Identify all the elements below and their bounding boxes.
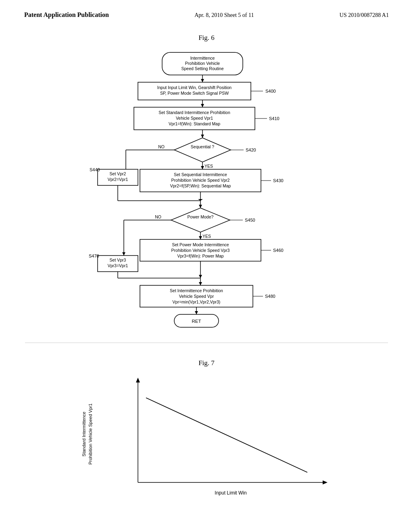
svg-text:S420: S420	[246, 148, 256, 152]
svg-text:Prohibition Vehicle Speed Vpr1: Prohibition Vehicle Speed Vpr1	[88, 403, 93, 465]
svg-marker-21	[174, 138, 231, 162]
svg-text:Standard Intermittence: Standard Intermittence	[81, 411, 86, 456]
svg-marker-73	[199, 275, 202, 278]
svg-text:RET: RET	[192, 319, 201, 324]
svg-text:Sequential ?: Sequential ?	[191, 144, 215, 149]
svg-text:Set Intermittence Prohibition: Set Intermittence Prohibition	[170, 288, 223, 293]
svg-text:S410: S410	[269, 116, 280, 121]
svg-marker-83	[195, 311, 198, 314]
svg-marker-56	[122, 252, 125, 256]
svg-text:Prohibition Vehicle: Prohibition Vehicle	[185, 61, 220, 66]
svg-text:Set Sequential Intermittence: Set Sequential Intermittence	[174, 172, 227, 177]
svg-text:Set Vpr3: Set Vpr3	[110, 258, 126, 262]
publication-title: Patent Application Publication	[24, 11, 109, 19]
svg-marker-31	[201, 166, 204, 169]
svg-text:Vpr2=f(SP,Win): Sequential Map: Vpr2=f(SP,Win): Sequential Map	[170, 183, 231, 188]
main-content: Fig. 6 Intermittence Prohibition Vehicle…	[0, 19, 413, 511]
svg-text:Prohibition Vehicle Speed Vpr3: Prohibition Vehicle Speed Vpr3	[171, 248, 230, 253]
svg-text:Vpr=min(Vpr1,Vpr2,Vpr3): Vpr=min(Vpr1,Vpr2,Vpr3)	[173, 299, 221, 304]
svg-text:YES: YES	[204, 164, 213, 168]
svg-marker-5	[201, 79, 204, 82]
svg-text:Input Input Limit Win, Gearshi: Input Input Limit Win, Gearshift Positio…	[157, 85, 232, 90]
page-header: Patent Application Publication Apr. 8, 2…	[0, 0, 413, 19]
patent-number: US 2010/0087288 A1	[340, 12, 389, 19]
svg-text:Set Power Mode Intermittence: Set Power Mode Intermittence	[172, 242, 229, 247]
svg-text:SP, Power Mode Switch Signal P: SP, Power Mode Switch Signal PSW	[160, 91, 229, 96]
svg-text:S460: S460	[273, 248, 284, 253]
svg-text:S480: S480	[265, 294, 275, 299]
svg-text:S470: S470	[89, 254, 99, 258]
svg-marker-47	[199, 205, 202, 208]
svg-marker-12	[201, 104, 204, 107]
sheet-info: Apr. 8, 2010 Sheet 5 of 11	[194, 12, 254, 19]
svg-text:YES: YES	[202, 234, 211, 239]
svg-text:Power Mode?: Power Mode?	[188, 214, 214, 219]
svg-marker-48	[171, 208, 230, 232]
svg-text:Prohibition Vehicle Speed Vpr2: Prohibition Vehicle Speed Vpr2	[171, 178, 230, 183]
svg-text:S430: S430	[273, 178, 284, 183]
section-divider	[25, 343, 388, 343]
svg-text:S400: S400	[265, 89, 276, 94]
svg-text:Vpr3=f(Win): Power Map: Vpr3=f(Win): Power Map	[177, 254, 223, 258]
fig7-chart: Standard Intermittence Prohibition Vehic…	[73, 374, 340, 503]
svg-text:Input Limit Win: Input Limit Win	[215, 490, 246, 496]
svg-marker-89	[323, 480, 327, 484]
svg-marker-58	[199, 236, 202, 239]
svg-text:Vehicle Speed Vpr: Vehicle Speed Vpr	[179, 294, 214, 299]
svg-marker-87	[136, 378, 140, 382]
fig6-flowchart: Intermittence Prohibition Vehicle Speed …	[65, 48, 348, 330]
fig7-title: Fig. 7	[198, 359, 215, 367]
svg-text:Vehicle Speed Vpr1: Vehicle Speed Vpr1	[176, 116, 213, 121]
svg-text:NO: NO	[155, 214, 161, 219]
svg-marker-20	[201, 135, 204, 138]
svg-text:S440: S440	[90, 167, 100, 172]
svg-text:S450: S450	[245, 218, 255, 222]
svg-text:Vpr1=f(Win): Standard Map: Vpr1=f(Win): Standard Map	[169, 121, 220, 126]
svg-text:Set Standard Intermittence Pro: Set Standard Intermittence Prohibition	[159, 110, 230, 115]
svg-text:Intermittence: Intermittence	[190, 56, 215, 60]
svg-text:Speed Setting Routine: Speed Setting Routine	[181, 66, 223, 71]
svg-line-90	[146, 398, 307, 472]
svg-marker-75	[199, 282, 202, 285]
svg-text:Vpr2=Vpr1: Vpr2=Vpr1	[108, 177, 128, 182]
fig6-title: Fig. 6	[198, 34, 215, 42]
svg-text:NO: NO	[158, 144, 165, 149]
svg-text:Set Vpr2: Set Vpr2	[110, 171, 126, 176]
svg-text:Vpr3=Vpr1: Vpr3=Vpr1	[108, 263, 128, 268]
